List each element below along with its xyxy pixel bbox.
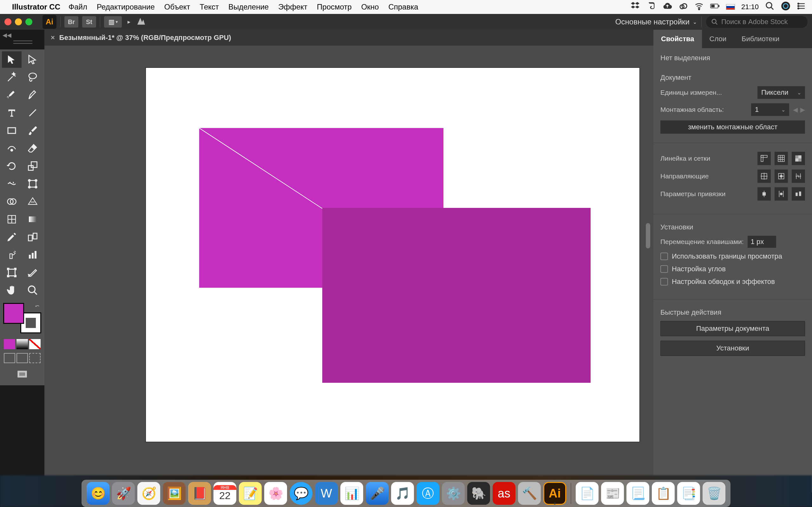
tab-layers[interactable]: Слои (702, 30, 734, 48)
menubar-clock[interactable]: 21:10 (741, 3, 759, 11)
dropbox-icon[interactable] (631, 1, 641, 13)
units-select[interactable]: Пиксели ⌄ (757, 86, 805, 99)
dock-document-5[interactable]: 📑 (677, 482, 700, 505)
screen-mode-button[interactable] (14, 368, 30, 381)
zoom-window-button[interactable] (26, 18, 32, 25)
width-tool[interactable] (2, 176, 21, 192)
vertical-scrollbar[interactable] (646, 223, 650, 248)
blend-tool[interactable] (23, 229, 43, 245)
mesh-tool[interactable] (2, 211, 21, 228)
checkbox-scale-corners[interactable] (660, 265, 668, 273)
magic-wand-tool[interactable] (2, 69, 21, 86)
menu-window[interactable]: Окно (361, 3, 379, 11)
dock-trash[interactable]: 🗑️ (703, 482, 725, 505)
menu-text[interactable]: Текст (200, 3, 219, 11)
dock-keynote[interactable]: 🎤 (366, 482, 389, 505)
guides-lock-icon[interactable] (774, 170, 788, 183)
column-graph-tool[interactable] (23, 246, 43, 263)
grid-icon[interactable] (774, 152, 788, 165)
dock-finder[interactable]: 😊 (87, 482, 109, 505)
dock-contacts[interactable]: 📕 (188, 482, 211, 505)
zoom-tool[interactable] (23, 282, 43, 298)
tab-libraries[interactable]: Библиотеки (734, 30, 787, 48)
scale-tool[interactable] (23, 158, 43, 174)
shape-builder-tool[interactable] (2, 193, 21, 210)
color-mode-button[interactable] (4, 339, 15, 349)
pen-tool[interactable] (2, 87, 21, 103)
draw-behind-button[interactable] (16, 353, 28, 363)
perspective-grid-tool[interactable] (23, 193, 43, 210)
preferences-button[interactable]: Установки (660, 341, 805, 356)
spotlight-icon[interactable] (765, 1, 774, 13)
snap-grid-icon[interactable] (774, 187, 788, 201)
eyedropper-tool[interactable] (2, 229, 21, 245)
curvature-tool[interactable] (23, 87, 43, 103)
document-setup-button[interactable]: Параметры документа (660, 321, 805, 336)
creative-cloud-icon[interactable] (678, 1, 688, 13)
rectangle-tool[interactable] (2, 122, 21, 139)
input-flag-icon[interactable] (726, 4, 735, 10)
bridge-button[interactable]: Br (64, 16, 78, 27)
free-transform-tool[interactable] (23, 176, 43, 192)
dock-notes[interactable]: 📝 (239, 482, 262, 505)
menu-object[interactable]: Объект (164, 3, 190, 11)
rotate-tool[interactable] (2, 158, 21, 174)
direct-selection-tool[interactable] (23, 51, 43, 68)
workspace-switcher[interactable]: Основные настройки ⌄ (615, 17, 697, 26)
checkbox-scale-strokes[interactable] (660, 278, 668, 285)
snap-point-icon[interactable] (757, 187, 771, 201)
dock-calendar[interactable]: ЯНВ22 (213, 482, 236, 505)
menu-help[interactable]: Справка (388, 3, 418, 11)
shaper-tool[interactable] (2, 140, 21, 157)
dock-safari[interactable]: 🧭 (137, 482, 160, 505)
menu-select[interactable]: Выделение (229, 3, 269, 11)
dock-evernote[interactable]: 🐘 (467, 482, 490, 505)
gpu-preview-icon[interactable] (136, 16, 146, 27)
draw-inside-button[interactable] (29, 353, 41, 363)
lasso-tool[interactable] (23, 69, 43, 86)
dock-appstore[interactable]: Ⓐ (416, 482, 439, 505)
siri-icon[interactable] (781, 1, 791, 13)
dock-photos[interactable]: 🌸 (264, 482, 287, 505)
close-tab-button[interactable]: × (51, 34, 55, 42)
dock-document-2[interactable]: 📰 (601, 482, 624, 505)
type-tool[interactable] (2, 105, 21, 121)
edit-artboards-button[interactable]: зменить монтажные област (660, 120, 805, 134)
close-window-button[interactable] (4, 18, 11, 25)
dock-itunes[interactable]: 🎵 (391, 482, 414, 505)
transparency-grid-icon[interactable] (792, 152, 805, 165)
menu-view[interactable]: Просмотр (317, 3, 352, 11)
swap-fill-stroke-icon[interactable]: ⤺ (35, 303, 39, 309)
dock-lastfm[interactable]: as (493, 482, 515, 505)
artboard[interactable] (146, 68, 640, 442)
document-tab-title[interactable]: Безымянный-1* @ 37% (RGB/Предпросмотр GP… (59, 34, 231, 42)
adobe-stock-search[interactable]: Поиск в Adobe Stock (706, 16, 808, 28)
menu-file[interactable]: Файл (68, 3, 87, 11)
ruler-icon[interactable] (757, 152, 771, 165)
panel-grip-icon[interactable] (13, 41, 32, 44)
evernote-icon[interactable] (647, 1, 656, 13)
artboard-tool[interactable] (2, 264, 21, 281)
fill-stroke-control[interactable]: ⤺ (3, 303, 41, 333)
dock-numbers[interactable]: 📊 (340, 482, 363, 505)
none-mode-button[interactable] (29, 339, 41, 349)
line-tool[interactable] (23, 105, 43, 121)
dock-utility[interactable]: 🔨 (518, 482, 541, 505)
symbol-sprayer-tool[interactable] (2, 246, 21, 263)
tab-properties[interactable]: Свойства (653, 30, 702, 48)
dock-word[interactable]: W (315, 482, 338, 505)
cloud-icon[interactable] (663, 1, 672, 13)
gradient-mode-button[interactable] (16, 339, 28, 349)
dock-launchpad[interactable]: 🚀 (112, 482, 135, 505)
arrange-documents-button[interactable]: ▥ ▾ (104, 16, 122, 27)
dock-preview[interactable]: 🖼️ (163, 482, 186, 505)
hand-tool[interactable] (2, 282, 21, 298)
dock-messages[interactable]: 💬 (290, 482, 312, 505)
menu-effect[interactable]: Эффект (278, 3, 307, 11)
stock-button[interactable]: St (82, 16, 96, 27)
draw-normal-button[interactable] (4, 353, 15, 363)
notification-center-icon[interactable] (797, 1, 806, 13)
paintbrush-tool[interactable] (23, 122, 43, 139)
smart-guides-icon[interactable] (792, 170, 805, 183)
dock-document-3[interactable]: 📃 (626, 482, 649, 505)
